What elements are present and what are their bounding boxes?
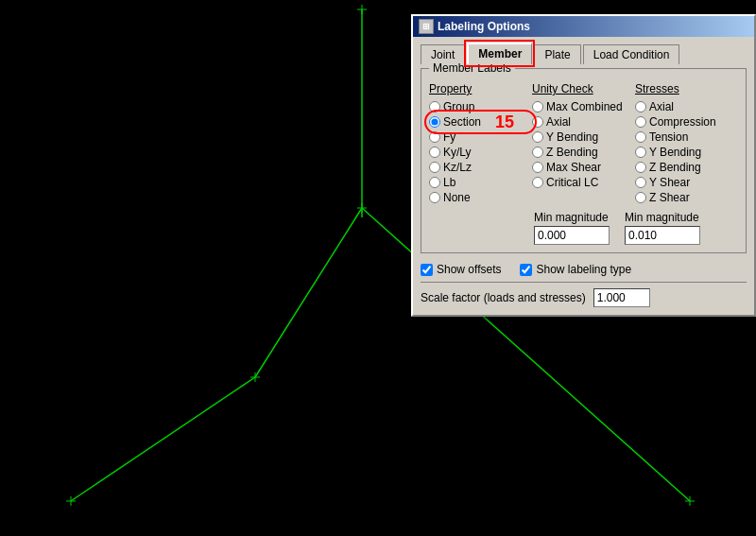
radio-axial-st[interactable]: Axial (635, 99, 738, 114)
radio-max-combined-label: Max Combined (546, 100, 623, 113)
radio-z-bending-uc-input[interactable] (532, 147, 543, 158)
checkboxes-row: Show offsets Show labeling type (421, 259, 747, 276)
radio-z-bending-st-input[interactable] (635, 162, 646, 173)
dialog-body: Joint Member Plate Load Condition 14 Mem… (413, 37, 754, 315)
radio-section[interactable]: Section 15 (429, 114, 532, 130)
unity-magnitude-label: Min magnitude (534, 211, 610, 224)
scale-input[interactable] (593, 288, 650, 307)
radio-group-input[interactable] (429, 101, 440, 112)
radio-fy[interactable]: Fy (429, 130, 532, 145)
show-labeling-label: Show labeling type (536, 263, 631, 276)
show-labeling-item[interactable]: Show labeling type (520, 263, 631, 276)
radio-compression-label: Compression (649, 115, 716, 129)
radio-none[interactable]: None (429, 190, 532, 205)
unity-check-column: Unity Check Max Combined Axial Y Bending (532, 80, 635, 205)
svg-line-6 (255, 208, 362, 377)
show-labeling-checkbox[interactable] (520, 264, 532, 276)
stresses-column: Stresses Axial Compression Tension (635, 80, 738, 205)
radio-y-bending-st-label: Y Bending (649, 146, 701, 159)
radio-z-bending-uc-label: Z Bending (546, 146, 598, 159)
radio-tension-input[interactable] (635, 131, 646, 143)
radio-max-shear-uc-label: Max Shear (546, 161, 601, 174)
radio-kyly[interactable]: Ky/Ly (429, 145, 532, 160)
tab-load-condition[interactable]: Load Condition (583, 44, 680, 64)
radio-kyly-input[interactable] (429, 147, 440, 158)
dialog-app-icon: ⊞ (419, 19, 434, 34)
radio-critical-lc[interactable]: Critical LC (532, 175, 635, 190)
radio-y-bending-uc[interactable]: Y Bending (532, 130, 635, 145)
radio-max-shear-uc[interactable]: Max Shear (532, 160, 635, 175)
radio-z-bending-st-label: Z Bending (649, 161, 701, 174)
radio-z-shear[interactable]: Z Shear (635, 190, 738, 205)
radio-y-bending-uc-input[interactable] (532, 131, 543, 143)
property-column: Property Group Section 15 Fy (429, 80, 532, 205)
scale-label: Scale factor (loads and stresses) (421, 291, 586, 304)
radio-compression[interactable]: Compression (635, 114, 738, 130)
labeling-options-dialog: ⊞ Labeling Options Joint Member Plate Lo… (411, 14, 756, 317)
tab-plate[interactable]: Plate (534, 44, 580, 64)
tab-bar: Joint Member Plate Load Condition 14 (421, 43, 747, 64)
tab-member[interactable]: Member (467, 43, 532, 64)
radio-z-shear-label: Z Shear (649, 191, 690, 204)
radio-z-shear-input[interactable] (635, 192, 646, 203)
radio-axial-uc-label: Axial (546, 115, 571, 129)
unity-check-header: Unity Check (532, 80, 635, 99)
radio-kzlz-label: Kz/Lz (443, 161, 472, 174)
svg-line-5 (71, 377, 255, 501)
radio-kyly-label: Ky/Ly (443, 146, 472, 159)
radio-y-shear-label: Y Shear (649, 176, 690, 189)
show-offsets-label: Show offsets (437, 263, 501, 276)
radio-max-combined[interactable]: Max Combined (532, 99, 635, 114)
radio-axial-st-input[interactable] (635, 101, 646, 112)
radio-axial-st-label: Axial (649, 100, 674, 113)
stress-magnitude-label: Min magnitude (625, 211, 700, 224)
radio-kzlz-input[interactable] (429, 162, 440, 173)
radio-z-bending-uc[interactable]: Z Bending (532, 145, 635, 160)
step-15-label: 15 (495, 112, 514, 132)
dialog-title: Labeling Options (438, 20, 530, 33)
radio-fy-input[interactable] (429, 131, 440, 143)
radio-lb-input[interactable] (429, 177, 440, 188)
radio-axial-uc[interactable]: Axial (532, 114, 635, 130)
radio-compression-input[interactable] (635, 116, 646, 128)
property-header: Property (429, 80, 532, 99)
stresses-header: Stresses (635, 80, 738, 99)
radio-kzlz[interactable]: Kz/Lz (429, 160, 532, 175)
radio-y-bending-uc-label: Y Bending (546, 130, 598, 144)
group-content: Property Group Section 15 Fy (429, 80, 738, 205)
radio-section-label: Section (443, 115, 481, 129)
radio-y-shear[interactable]: Y Shear (635, 175, 738, 190)
radio-critical-lc-label: Critical LC (546, 176, 598, 189)
radio-max-combined-input[interactable] (532, 101, 543, 112)
show-offsets-item[interactable]: Show offsets (421, 263, 501, 276)
stress-magnitude-group: Min magnitude (625, 211, 700, 245)
radio-none-input[interactable] (429, 192, 440, 203)
radio-section-input[interactable] (429, 116, 440, 128)
radio-group-label: Group (443, 100, 474, 113)
radio-lb-label: Lb (443, 176, 455, 189)
radio-tension-label: Tension (649, 130, 688, 144)
radio-fy-label: Fy (443, 130, 455, 144)
unity-magnitude-group: Min magnitude (534, 211, 610, 245)
radio-critical-lc-input[interactable] (532, 177, 543, 188)
member-labels-group: Member Labels Property Group Section 15 (421, 68, 747, 253)
radio-none-label: None (443, 191, 471, 204)
radio-lb[interactable]: Lb (429, 175, 532, 190)
radio-z-bending-st[interactable]: Z Bending (635, 160, 738, 175)
radio-y-bending-st[interactable]: Y Bending (635, 145, 738, 160)
magnitude-controls: Min magnitude Min magnitude (429, 211, 738, 245)
dialog-titlebar: ⊞ Labeling Options (413, 16, 754, 37)
radio-group[interactable]: Group (429, 99, 532, 114)
radio-tension[interactable]: Tension (635, 130, 738, 145)
scale-row: Scale factor (loads and stresses) (421, 282, 747, 307)
stress-magnitude-input[interactable] (625, 226, 700, 245)
show-offsets-checkbox[interactable] (421, 264, 433, 276)
radio-y-bending-st-input[interactable] (635, 147, 646, 158)
radio-y-shear-input[interactable] (635, 177, 646, 188)
unity-magnitude-input[interactable] (534, 226, 610, 245)
radio-axial-uc-input[interactable] (532, 116, 543, 128)
radio-max-shear-uc-input[interactable] (532, 162, 543, 173)
